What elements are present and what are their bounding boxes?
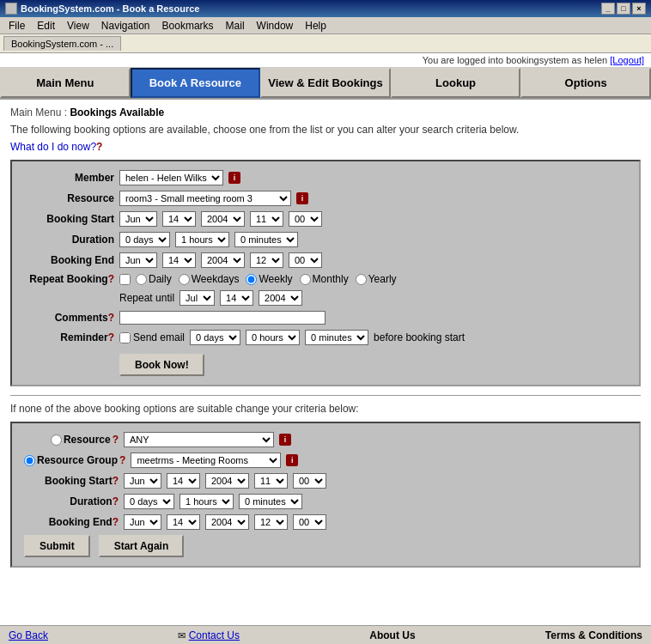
- reminder-days-select[interactable]: 0 days: [190, 330, 240, 345]
- breadcrumb-section: Bookings Available: [70, 106, 164, 118]
- repeat-day-select[interactable]: 14: [220, 290, 253, 306]
- search-end-day[interactable]: 14: [167, 514, 200, 530]
- search-dur-mins[interactable]: 0 minutes: [239, 494, 302, 509]
- start-min-select[interactable]: 00: [289, 211, 322, 227]
- login-text: You are logged into bookingsystem as hel…: [423, 55, 611, 65]
- repeat-year-select[interactable]: 2004: [259, 290, 302, 306]
- search-duration-row: Duration? 0 days 1 hours 0 minutes: [24, 494, 627, 509]
- resource-radio[interactable]: [51, 434, 62, 446]
- send-email-checkbox[interactable]: [119, 332, 131, 343]
- end-year-select[interactable]: 2004: [201, 252, 245, 268]
- action-buttons: Submit Start Again: [24, 535, 627, 557]
- tabbar: BookingSystem.com - ...: [0, 34, 651, 53]
- member-select[interactable]: helen - Helen Wilks: [119, 170, 223, 185]
- end-hour-select[interactable]: 12: [250, 252, 283, 268]
- footer: Go Back ✉ Contact Us About Us Terms & Co…: [0, 625, 651, 644]
- nav-lookup[interactable]: Lookup: [391, 68, 521, 98]
- start-month-select[interactable]: Jun: [119, 211, 157, 227]
- search-dur-days[interactable]: 0 days: [124, 494, 174, 509]
- loginbar: You are logged into bookingsystem as hel…: [0, 53, 651, 68]
- repeat-month-select[interactable]: Jul: [179, 290, 215, 306]
- repeat-yearly[interactable]: Yearly: [356, 273, 397, 285]
- menu-file[interactable]: File: [3, 18, 30, 33]
- reminder-hours-select[interactable]: 0 hours: [246, 330, 300, 345]
- menu-bookmarks[interactable]: Bookmarks: [157, 18, 219, 33]
- menu-window[interactable]: Window: [252, 18, 299, 33]
- search-end-min[interactable]: 00: [293, 514, 326, 530]
- start-again-button[interactable]: Start Again: [99, 535, 185, 557]
- search-start-month[interactable]: Jun: [124, 473, 161, 489]
- end-month-select[interactable]: Jun: [119, 252, 157, 268]
- resource-row: Resource room3 - Small meeting room 3 i: [24, 191, 627, 206]
- booking-end-label: Booking End: [24, 254, 114, 266]
- nav-view-edit[interactable]: View & Edit Bookings: [260, 68, 391, 98]
- search-resource-row: Resource? ANY i: [24, 432, 627, 447]
- resource-info-icon[interactable]: i: [296, 192, 308, 204]
- menu-navigation[interactable]: Navigation: [96, 18, 155, 33]
- search-start-year[interactable]: 2004: [205, 473, 249, 489]
- repeat-until-row: Repeat until Jul 14 2004: [119, 290, 627, 306]
- dur-mins-select[interactable]: 0 minutes: [234, 232, 298, 247]
- go-back-link[interactable]: Go Back: [9, 629, 48, 641]
- nav-main-menu[interactable]: Main Menu: [0, 68, 131, 98]
- end-day-select[interactable]: 14: [162, 252, 196, 268]
- search-end-year[interactable]: 2004: [205, 514, 249, 530]
- repeat-until-label: Repeat until: [119, 292, 174, 304]
- browser-tab[interactable]: BookingSystem.com - ...: [3, 36, 121, 51]
- search-end-hour[interactable]: 12: [254, 514, 288, 530]
- booking-start-label: Booking Start: [24, 213, 114, 225]
- start-day-select[interactable]: 14: [162, 211, 196, 227]
- repeat-checkbox[interactable]: [119, 274, 131, 285]
- menu-view[interactable]: View: [62, 18, 94, 33]
- reminder-suffix: before booking start: [374, 331, 465, 343]
- repeat-label: Repeat Booking?: [24, 273, 114, 285]
- reminder-mins-select[interactable]: 0 minutes: [305, 330, 368, 345]
- member-row: Member helen - Helen Wilks i: [24, 170, 627, 185]
- about-text: About Us: [369, 629, 415, 641]
- dur-days-select[interactable]: 0 days: [119, 232, 170, 247]
- resource-group-radio[interactable]: [24, 455, 35, 466]
- send-email-label[interactable]: Send email: [119, 331, 185, 343]
- comments-input[interactable]: [119, 311, 326, 325]
- duration-label: Duration: [24, 234, 114, 246]
- start-year-select[interactable]: 2004: [201, 211, 245, 227]
- divider: [10, 395, 641, 396]
- search-dur-hours[interactable]: 1 hours: [179, 494, 234, 509]
- menu-help[interactable]: Help: [300, 18, 332, 33]
- search-start-min[interactable]: 00: [293, 473, 326, 489]
- maximize-button[interactable]: □: [617, 3, 630, 15]
- nav-book-resource[interactable]: Book A Resource: [131, 68, 261, 98]
- help-link[interactable]: What do I do now??: [10, 141, 641, 153]
- repeat-weekly[interactable]: Weekly: [246, 273, 292, 285]
- repeat-monthly[interactable]: Monthly: [300, 273, 349, 285]
- repeat-daily[interactable]: Daily: [136, 273, 172, 285]
- nav-options[interactable]: Options: [520, 68, 651, 98]
- search-resource-group-select[interactable]: meetrms - Meeting Rooms: [131, 453, 281, 468]
- submit-button[interactable]: Submit: [24, 535, 90, 557]
- intro-text: The following booking options are availa…: [10, 124, 641, 136]
- menubar: File Edit View Navigation Bookmarks Mail…: [0, 17, 651, 34]
- comments-row: Comments?: [24, 311, 627, 325]
- search-end-month[interactable]: Jun: [124, 514, 161, 530]
- logout-link[interactable]: [Logout]: [610, 55, 644, 65]
- repeat-booking-row: Repeat Booking? Daily Weekdays Weekly Mo…: [24, 273, 627, 285]
- close-button[interactable]: ×: [632, 3, 646, 15]
- minimize-button[interactable]: _: [601, 3, 615, 15]
- member-info-icon[interactable]: i: [228, 172, 240, 184]
- resource-select[interactable]: room3 - Small meeting room 3: [119, 191, 291, 206]
- contact-link[interactable]: Contact Us: [189, 629, 240, 641]
- booking-start-row: Booking Start Jun 14 2004 11 00: [24, 211, 627, 227]
- search-resource-select[interactable]: ANY: [124, 432, 274, 447]
- search-start-hour[interactable]: 11: [254, 473, 288, 489]
- end-min-select[interactable]: 00: [289, 252, 322, 268]
- start-hour-select[interactable]: 11: [250, 211, 283, 227]
- search-resource-info-icon[interactable]: i: [279, 434, 291, 446]
- search-start-day[interactable]: 14: [167, 473, 200, 489]
- book-now-button[interactable]: Book Now!: [119, 354, 204, 376]
- menu-mail[interactable]: Mail: [221, 18, 250, 33]
- dur-hours-select[interactable]: 1 hours: [175, 232, 229, 247]
- search-group-info-icon[interactable]: i: [286, 454, 298, 466]
- menu-edit[interactable]: Edit: [32, 18, 60, 33]
- search-booking-end-row: Booking End? Jun 14 2004 12 00: [24, 514, 627, 530]
- repeat-weekdays[interactable]: Weekdays: [179, 273, 240, 285]
